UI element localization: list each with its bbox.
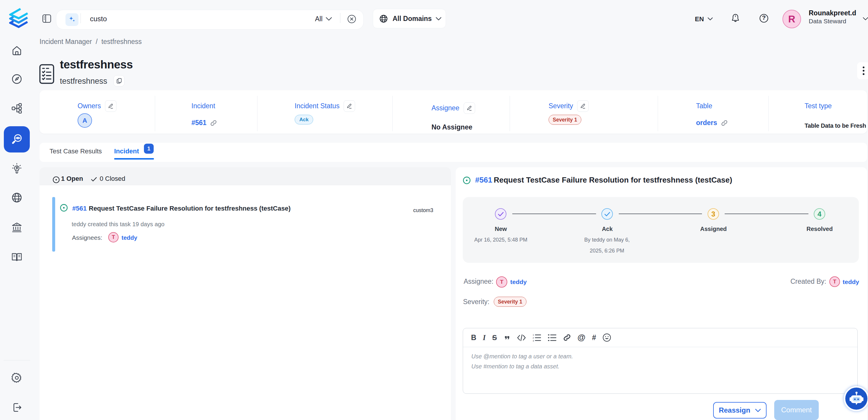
- svg-text:1: 1: [533, 334, 534, 336]
- svg-text:3: 3: [533, 339, 534, 342]
- svg-text:2: 2: [533, 336, 534, 339]
